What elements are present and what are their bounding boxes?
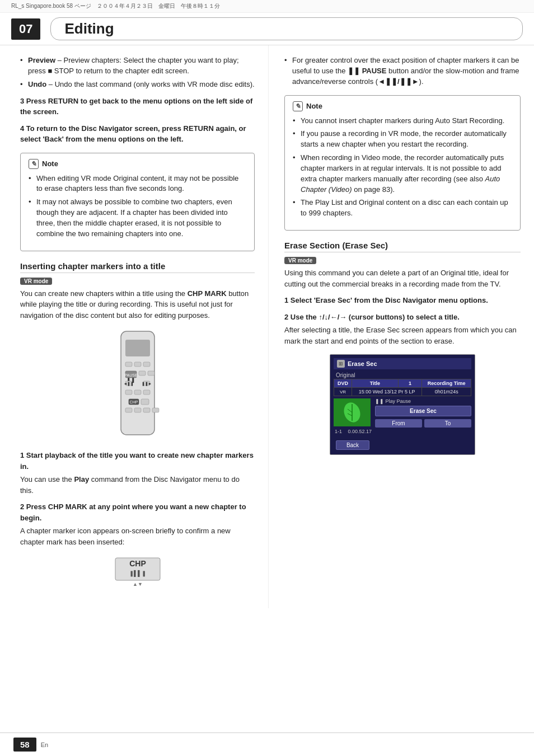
- right-bullet1-text: For greater control over the exact posit…: [292, 56, 519, 86]
- title-num: 1: [398, 379, 421, 388]
- note-icon-left: ✎: [29, 159, 39, 169]
- erase-sec-body: 1-1 0.00.52.17 ❚❚ Play Pause Erase Sec F…: [334, 398, 471, 436]
- to-btn[interactable]: To: [424, 419, 471, 428]
- svg-rect-20: [125, 408, 132, 412]
- note2-bullet2: If you pause a recording in VR mode, the…: [293, 129, 512, 150]
- erase-step2-bold: 2 Use the ↑/↓/←/→ (cursor buttons) to se…: [284, 312, 521, 323]
- from-to-row: From To: [375, 419, 471, 428]
- auto-chapter-italic: Auto Chapter (Video): [301, 175, 500, 194]
- chapter-ref: 1-1: [335, 429, 342, 434]
- svg-rect-19: [141, 399, 149, 405]
- step4-text: 4 To return to the Disc Navigator screen…: [20, 123, 255, 145]
- right-bullet1: For greater control over the exact posit…: [284, 55, 521, 87]
- duration-cell: 0h01m24s: [422, 388, 471, 396]
- step2-bold: 2 Press CHP MARK at any point where you …: [20, 501, 255, 523]
- erase-body: Using this command you can delete a part…: [284, 267, 521, 289]
- header-bar: 07 Editing: [0, 13, 534, 45]
- bullet-undo: Undo – Undo the last command (only works…: [20, 79, 255, 90]
- page-number-badge: 58: [13, 738, 36, 752]
- svg-text:CHP: CHP: [129, 400, 138, 404]
- note-bullet-list-left: When editing VR mode Original content, i…: [29, 173, 246, 240]
- back-btn-row: Back: [334, 436, 471, 451]
- chp-marker-svg: CHP ❚▌▌❚ ▲▼: [113, 555, 163, 589]
- erase-step1-bold: 1 Select 'Erase Sec' from the Disc Navig…: [284, 295, 521, 306]
- pause-bold: ❚❚ PAUSE: [348, 67, 386, 75]
- erase-sec-title-bar: ⊞ Erase Sec: [334, 358, 471, 369]
- note-bullet2-left: It may not always be possible to combine…: [29, 197, 246, 239]
- step1-text: You can use the Play command from the Di…: [20, 474, 255, 496]
- right-column: For greater control over the exact posit…: [269, 45, 534, 608]
- svg-rect-9: [148, 371, 154, 375]
- note2-bullet4: The Play List and Original content on a …: [293, 198, 512, 219]
- time-display: 0.00.52.17: [348, 429, 372, 434]
- vr-mode-badge-right: VR mode: [284, 257, 316, 264]
- vr-cell: VR: [334, 388, 352, 396]
- svg-rect-14: [125, 390, 132, 395]
- chp-mark-bold: CHP MARK: [188, 289, 227, 298]
- step1-bold: 1 Start playback of the title you want t…: [20, 450, 255, 472]
- chapter-number: 07: [11, 18, 40, 40]
- leaf-svg: [341, 401, 363, 424]
- note-bullet-list-right: You cannot insert chapter markers during…: [293, 116, 512, 219]
- meta-text: RL_s Singapore.book 58 ページ ２００４年４月２３日 金曜…: [11, 3, 220, 9]
- svg-rect-1: [125, 340, 150, 356]
- erase-sec-icon: ⊞: [337, 360, 345, 368]
- erase-sec-right-panel: ❚❚ Play Pause Erase Sec From To: [375, 398, 471, 436]
- page-container: RL_s Singapore.book 58 ページ ２００４年４月２３日 金曜…: [0, 0, 534, 756]
- vr-mode-badge-left: VR mode: [20, 278, 52, 285]
- note-bullet1-left: When editing VR mode Original content, i…: [29, 173, 246, 195]
- remote-image-area: PAUSE ❚❚ ◄❚❚ ❚❚► CHP: [20, 328, 255, 442]
- recording-time-header: Recording Time: [422, 379, 471, 388]
- back-button[interactable]: Back: [336, 440, 369, 450]
- left-column: Preview – Preview chapters: Select the c…: [0, 45, 269, 608]
- svg-rect-8: [139, 371, 146, 375]
- svg-rect-15: [134, 390, 141, 395]
- erase-sec-screen: ⊞ Erase Sec Original DVD Title 1 Recordi…: [330, 354, 475, 455]
- svg-text:PAUSE: PAUSE: [124, 373, 138, 377]
- from-btn[interactable]: From: [375, 419, 422, 428]
- note2-bullet1: You cannot insert chapter markers during…: [293, 116, 512, 126]
- erase-sec-button[interactable]: Erase Sec: [375, 406, 471, 416]
- preview-text: – Preview chapters: Select the chapter y…: [28, 56, 239, 75]
- top-bullet-list: Preview – Preview chapters: Select the c…: [20, 55, 255, 90]
- time-info: 1-1 0.00.52.17: [334, 428, 373, 435]
- undo-text: – Undo the last command (only works with…: [49, 80, 255, 88]
- svg-rect-23: [152, 408, 159, 412]
- play-pause-label: ❚❚ Play Pause: [375, 398, 471, 404]
- note-box-left: ✎ Note When editing VR mode Original con…: [20, 153, 255, 251]
- title-header: Title: [352, 379, 398, 388]
- insert-body: You can create new chapters within a tit…: [20, 288, 255, 321]
- note-icon-right: ✎: [293, 101, 303, 111]
- preview-label: Preview: [28, 56, 55, 64]
- erase-section-title: Erase Section (Erase Sec): [284, 241, 521, 252]
- main-content: Preview – Preview chapters: Select the c…: [0, 45, 534, 608]
- note2-bullet3: When recording in Video mode, the record…: [293, 153, 512, 195]
- section-insert-title: Inserting chapter markers into a title: [20, 261, 255, 273]
- chapter-title: Editing: [50, 17, 523, 40]
- svg-rect-2: [125, 362, 132, 367]
- controls-bold: ◄❚❚/❚❚►: [378, 77, 419, 86]
- svg-rect-21: [134, 408, 141, 412]
- dvd-cell: DVD: [334, 379, 352, 388]
- svg-rect-16: [143, 390, 150, 395]
- undo-label: Undo: [28, 80, 46, 88]
- erase-sec-title-label: Erase Sec: [348, 360, 377, 367]
- svg-text:CHP: CHP: [129, 559, 146, 568]
- note-label-left: Note: [42, 159, 58, 168]
- note-box-right: ✎ Note You cannot insert chapter markers…: [284, 95, 521, 231]
- erase-sec-thumbnail: [334, 398, 371, 426]
- play-bold: Play: [74, 475, 89, 483]
- step3-text: 3 Press RETURN to get back to the menu o…: [20, 96, 255, 118]
- original-text: Original: [336, 372, 355, 378]
- note-header-left: ✎ Note: [29, 159, 246, 169]
- erase-sec-left-panel: 1-1 0.00.52.17: [334, 398, 373, 436]
- chp-image-area: CHP ❚▌▌❚ ▲▼: [20, 555, 255, 590]
- original-label: Original: [334, 372, 471, 379]
- svg-text:❚❚►: ❚❚►: [141, 382, 152, 386]
- footer-bar: 58 En: [0, 732, 534, 756]
- svg-rect-3: [134, 362, 141, 367]
- bullet-preview: Preview – Preview chapters: Select the c…: [20, 55, 255, 77]
- svg-rect-22: [143, 408, 150, 412]
- meta-bar: RL_s Singapore.book 58 ページ ２００４年４月２３日 金曜…: [0, 0, 534, 13]
- right-top-bullets: For greater control over the exact posit…: [284, 55, 521, 87]
